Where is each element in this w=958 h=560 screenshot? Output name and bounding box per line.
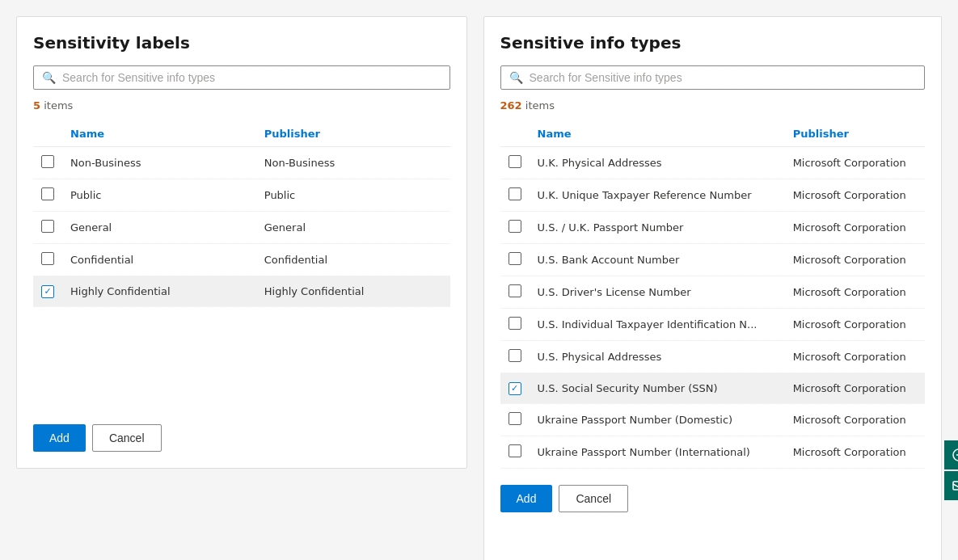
table-row[interactable]: ✓Highly ConfidentialHighly Confidential xyxy=(33,276,450,307)
right-panel-title: Sensitive info types xyxy=(500,33,925,53)
row-checkbox-cell[interactable] xyxy=(500,244,530,276)
side-message-button[interactable] xyxy=(944,471,958,500)
right-footer-buttons: Add Cancel xyxy=(500,478,925,512)
checkbox[interactable] xyxy=(41,187,54,200)
table-row[interactable]: U.S. Bank Account NumberMicrosoft Corpor… xyxy=(500,244,925,276)
right-count-label: items xyxy=(525,99,555,112)
left-table-body: Non-BusinessNon-BusinessPublicPublicGene… xyxy=(33,147,450,307)
row-checkbox-cell[interactable] xyxy=(500,147,530,179)
right-table-header-row: Name Publisher xyxy=(500,121,925,147)
row-publisher: Confidential xyxy=(256,244,450,276)
table-row[interactable]: Ukraine Passport Number (International)M… xyxy=(500,436,925,468)
left-footer-buttons: Add Cancel xyxy=(33,418,450,452)
left-cancel-button[interactable]: Cancel xyxy=(92,424,162,452)
row-publisher: Microsoft Corporation xyxy=(785,212,925,244)
row-checkbox-cell[interactable] xyxy=(33,212,62,244)
row-name: U.S. Physical Addresses xyxy=(530,341,785,373)
row-publisher: Microsoft Corporation xyxy=(785,244,925,276)
checkbox[interactable] xyxy=(509,412,521,425)
right-header-publisher[interactable]: Publisher xyxy=(785,121,925,147)
row-name: U.K. Physical Addresses xyxy=(530,147,785,179)
checkbox[interactable]: ✓ xyxy=(509,382,521,395)
row-checkbox-cell[interactable] xyxy=(500,179,530,212)
right-search-box[interactable]: 🔍 xyxy=(500,65,925,90)
checkbox[interactable]: ✓ xyxy=(41,285,54,298)
left-search-box[interactable]: 🔍 xyxy=(33,65,450,90)
table-row[interactable]: U.S. Driver's License NumberMicrosoft Co… xyxy=(500,276,925,309)
left-search-icon: 🔍 xyxy=(42,71,56,84)
chat-icon xyxy=(952,448,958,462)
table-row[interactable]: U.S. Individual Taxpayer Identification … xyxy=(500,309,925,341)
row-checkbox-cell[interactable] xyxy=(500,309,530,341)
checkmark-icon: ✓ xyxy=(511,384,518,393)
table-row[interactable]: U.S. Physical AddressesMicrosoft Corpora… xyxy=(500,341,925,373)
checkbox[interactable] xyxy=(41,252,54,265)
row-publisher: Microsoft Corporation xyxy=(785,276,925,309)
left-add-button[interactable]: Add xyxy=(33,424,86,452)
checkbox[interactable] xyxy=(509,284,521,297)
row-checkbox-cell[interactable] xyxy=(33,179,62,212)
row-name: General xyxy=(62,212,256,244)
checkbox[interactable] xyxy=(509,317,521,330)
row-publisher: Microsoft Corporation xyxy=(785,436,925,468)
left-panel-title: Sensitivity labels xyxy=(33,33,450,53)
left-items-count: 5 items xyxy=(33,99,450,112)
sensitive-info-types-panel: Sensitive info types 🔍 262 items Name Pu… xyxy=(483,16,942,560)
row-checkbox-cell[interactable] xyxy=(500,341,530,373)
row-checkbox-cell[interactable] xyxy=(33,244,62,276)
checkbox[interactable] xyxy=(41,220,54,233)
row-publisher: Microsoft Corporation xyxy=(785,341,925,373)
table-row[interactable]: PublicPublic xyxy=(33,179,450,212)
row-checkbox-cell[interactable] xyxy=(500,212,530,244)
left-table-header-row: Name Publisher xyxy=(33,121,450,147)
row-name: U.K. Unique Taxpayer Reference Number xyxy=(530,179,785,212)
row-checkbox-cell[interactable]: ✓ xyxy=(500,373,530,404)
table-row[interactable]: Non-BusinessNon-Business xyxy=(33,147,450,179)
left-header-publisher[interactable]: Publisher xyxy=(256,121,450,147)
row-name: Non-Business xyxy=(62,147,256,179)
right-count-number: 262 xyxy=(500,99,522,112)
checkbox[interactable] xyxy=(509,187,521,200)
checkbox[interactable] xyxy=(41,155,54,168)
row-publisher: Microsoft Corporation xyxy=(785,179,925,212)
sensitivity-labels-panel: Sensitivity labels 🔍 5 items Name Publis… xyxy=(16,16,467,469)
checkmark-icon: ✓ xyxy=(44,287,51,296)
left-header-name[interactable]: Name xyxy=(62,121,256,147)
right-header-name[interactable]: Name xyxy=(530,121,785,147)
table-row[interactable]: U.K. Physical AddressesMicrosoft Corpora… xyxy=(500,147,925,179)
checkbox[interactable] xyxy=(509,155,521,168)
row-checkbox-cell[interactable] xyxy=(33,147,62,179)
right-cancel-button[interactable]: Cancel xyxy=(559,485,628,512)
message-icon xyxy=(952,478,958,493)
side-chat-button[interactable] xyxy=(944,440,958,469)
checkbox[interactable] xyxy=(509,349,521,362)
table-row[interactable]: Ukraine Passport Number (Domestic)Micros… xyxy=(500,403,925,436)
row-publisher: Public xyxy=(256,179,450,212)
right-add-button[interactable]: Add xyxy=(500,485,553,512)
row-publisher: Non-Business xyxy=(256,147,450,179)
row-name: Ukraine Passport Number (Domestic) xyxy=(530,403,785,436)
table-row[interactable]: ConfidentialConfidential xyxy=(33,244,450,276)
side-action-buttons xyxy=(944,440,958,500)
table-row[interactable]: U.S. / U.K. Passport NumberMicrosoft Cor… xyxy=(500,212,925,244)
row-name: U.S. Social Security Number (SSN) xyxy=(530,373,785,404)
row-publisher: General xyxy=(256,212,450,244)
row-checkbox-cell[interactable] xyxy=(500,403,530,436)
checkbox[interactable] xyxy=(509,444,521,457)
table-row[interactable]: ✓U.S. Social Security Number (SSN)Micros… xyxy=(500,373,925,404)
right-table-container: Name Publisher U.K. Physical AddressesMi… xyxy=(500,121,925,469)
row-name: Highly Confidential xyxy=(62,276,256,307)
table-row[interactable]: GeneralGeneral xyxy=(33,212,450,244)
row-publisher: Highly Confidential xyxy=(256,276,450,307)
left-search-input[interactable] xyxy=(62,71,441,84)
checkbox[interactable] xyxy=(509,220,521,233)
left-count-number: 5 xyxy=(33,99,40,112)
row-checkbox-cell[interactable]: ✓ xyxy=(33,276,62,307)
row-checkbox-cell[interactable] xyxy=(500,436,530,468)
right-table-body: U.K. Physical AddressesMicrosoft Corpora… xyxy=(500,147,925,469)
right-search-icon: 🔍 xyxy=(509,71,523,84)
row-checkbox-cell[interactable] xyxy=(500,276,530,309)
table-row[interactable]: U.K. Unique Taxpayer Reference NumberMic… xyxy=(500,179,925,212)
checkbox[interactable] xyxy=(509,252,521,265)
right-search-input[interactable] xyxy=(530,71,916,84)
